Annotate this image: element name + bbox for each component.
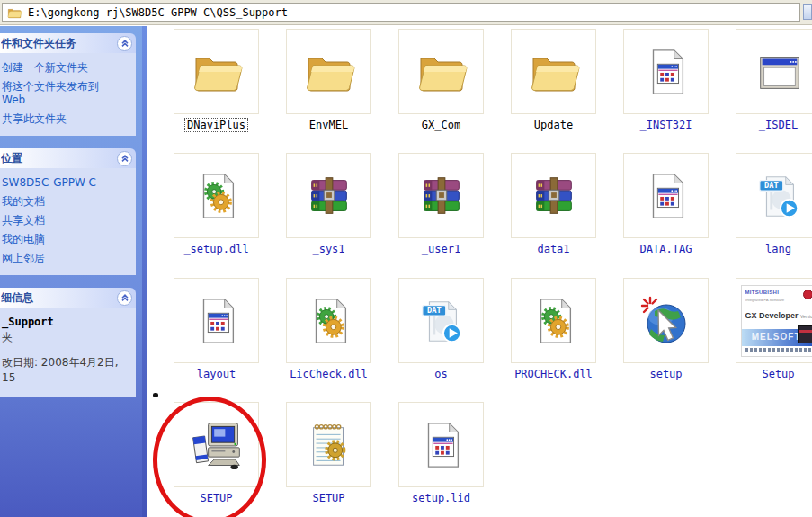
thumbnail-subtitle: Integrated FA Software [745,297,784,301]
gx-developer-thumbnail-icon[interactable]: MITSUBISHIIntegrated FA SoftwareGX Devel… [736,278,812,363]
page-window-icon[interactable] [398,402,484,487]
panel-body: 创建一个新文件夹将这个文件夹发布到 Web共享此文件夹 [0,53,136,136]
file-label[interactable]: lang [722,243,812,255]
file-label[interactable]: SETUP [160,492,272,504]
file-label[interactable]: _INST32I [610,119,722,131]
detail-line: 15 [2,371,130,385]
folder-icon[interactable] [286,29,371,114]
product-photo [798,325,812,343]
page-window-icon[interactable] [623,153,709,238]
panel-body: SW8D5C-GPPW-C我的文档共享文档我的电脑网上邻居 [0,168,136,275]
folder-icon [7,6,22,19]
folder-icon[interactable] [174,29,259,114]
address-path[interactable]: E:\gongkong-rj\SW8D5C-GPPW-C\QSS_Support [28,6,288,19]
task-link[interactable]: 创建一个新文件夹 [2,61,116,75]
file-label[interactable]: os [385,368,497,380]
svg-text:DAT: DAT [426,306,441,315]
panel-header-details[interactable]: 细信息 [0,288,136,308]
file-label[interactable]: SETUP [272,492,385,504]
panel-title: 细信息 [1,290,117,306]
task-link[interactable]: 共享文档 [2,214,116,227]
panel-header-file-tasks[interactable]: 件和文件夹任务 [0,33,136,53]
file-label[interactable]: PROCHECK.dll [497,368,610,380]
app-window-icon[interactable] [736,29,812,114]
file-grid: DNaviPlusEnvMELGX_ComUpdate_INST32I_ISDE… [147,26,812,517]
folder-icon[interactable] [398,29,484,114]
mitsubishi-brand: MITSUBISHI [745,290,780,295]
dll-gears-icon[interactable] [286,278,371,363]
rar-archive-icon[interactable] [286,153,371,238]
file-label[interactable]: Update [497,119,610,131]
globe-cursor-icon[interactable] [623,278,709,363]
file-label[interactable]: DNaviPlus [160,119,272,131]
task-link[interactable]: 共享此文件夹 [2,112,116,126]
dll-gears-icon[interactable] [174,153,259,238]
dll-gears-icon[interactable] [511,278,596,363]
installer-computer-icon[interactable] [174,402,259,487]
sidebar-panels: 件和文件夹任务创建一个新文件夹将这个文件夹发布到 Web共享此文件夹位置SW8D… [0,26,147,397]
sidebar-panel-other-places: 位置SW8D5C-GPPW-C我的文档共享文档我的电脑网上邻居 [0,148,136,275]
product-name: GX Developer Version 8 [745,311,812,320]
file-label[interactable]: LicCheck.dll [272,368,385,380]
address-toolbar: E:\gongkong-rj\SW8D5C-GPPW-C\QSS_Support [0,0,812,25]
file-label[interactable]: GX_Com [385,119,497,131]
detail-line [2,346,130,354]
file-label[interactable]: layout [160,368,272,380]
page-window-icon[interactable] [623,29,709,114]
panel-header-other-places[interactable]: 位置 [0,148,136,168]
panel-title: 件和文件夹任务 [1,36,117,51]
file-label[interactable]: _sys1 [272,243,385,255]
folder-icon[interactable] [511,29,596,114]
sidebar-panel-file-tasks: 件和文件夹任务创建一个新文件夹将这个文件夹发布到 Web共享此文件夹 [0,33,136,136]
file-label[interactable]: EnvMEL [272,119,385,131]
cursor-speck [153,393,158,397]
task-pane-sidebar: 件和文件夹任务创建一个新文件夹将这个文件夹发布到 Web共享此文件夹位置SW8D… [0,26,147,517]
file-label[interactable]: _user1 [385,243,497,255]
detail-line: 夹 [2,331,130,344]
sidebar-panel-details: 细信息_Support夹改日期: 2008年4月2日,15 [0,288,136,397]
rar-archive-icon[interactable] [398,153,484,238]
address-bar[interactable]: E:\gongkong-rj\SW8D5C-GPPW-C\QSS_Support [2,3,800,22]
svg-text:DAT: DAT [763,181,778,190]
address-dropdown-icon[interactable] [803,4,812,20]
dat-media-icon[interactable]: DAT [736,153,812,238]
chevron-up-icon[interactable] [117,36,132,51]
task-link[interactable]: 我的电脑 [2,233,116,246]
gx-developer-thumbnail: MITSUBISHIIntegrated FA SoftwareGX Devel… [741,285,812,357]
file-label[interactable]: Setup [722,368,812,380]
task-link[interactable]: SW8D5C-GPPW-C [2,176,116,190]
task-link[interactable]: 我的文档 [2,195,116,209]
file-label[interactable]: _setup.dll [160,243,272,255]
thumbnail-caption [745,348,812,352]
rar-archive-icon[interactable] [511,153,596,238]
file-label[interactable]: _ISDEL [722,119,812,131]
panel-title: 位置 [1,151,117,166]
notepad-gear-icon[interactable] [286,402,371,487]
file-label[interactable]: DATA.TAG [610,243,722,255]
explorer-window: { "address_bar": { "path": "E:\\gongkong… [0,0,812,517]
melsoft-badge-icon [803,290,812,299]
dat-media-icon[interactable]: DAT [398,278,484,363]
page-window-icon[interactable] [174,278,259,363]
chevron-up-icon[interactable] [117,290,132,306]
file-label[interactable]: data1 [497,243,610,255]
detail-line: 改日期: 2008年4月2日, [2,356,130,370]
task-link[interactable]: 网上邻居 [2,252,116,265]
file-label[interactable]: setup.lid [385,492,497,504]
panel-body: _Support夹改日期: 2008年4月2日,15 [0,308,136,397]
detail-line: _Support [2,316,130,329]
chevron-up-icon[interactable] [117,151,132,166]
task-link[interactable]: 将这个文件夹发布到 Web [2,80,116,107]
file-label[interactable]: setup [610,368,722,380]
product-version: Version 8 [800,314,812,319]
